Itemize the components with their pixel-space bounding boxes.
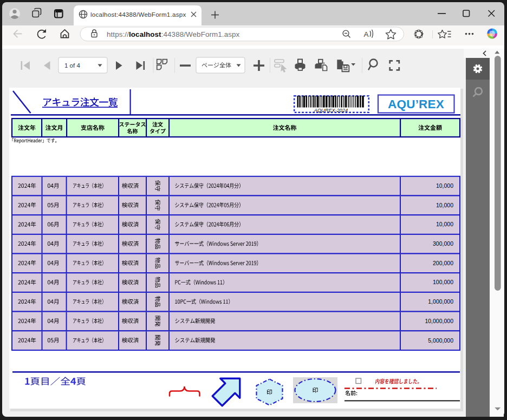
svg-text:localhost:44388/WebForm1.aspx: localhost:44388/WebForm1.aspx	[90, 11, 186, 18]
svg-text:10,000,000: 10,000,000	[425, 318, 453, 324]
svg-text:A: A	[364, 30, 369, 38]
svg-text:200,000: 200,000	[433, 260, 453, 266]
svg-text:AQUREX-2024: AQUREX-2024	[314, 108, 348, 113]
svg-text:10,000: 10,000	[436, 182, 453, 189]
svg-text:100,000: 100,000	[433, 279, 453, 285]
svg-text:1,000,000: 1,000,000	[428, 298, 453, 305]
svg-text:300,000: 300,000	[433, 240, 453, 247]
svg-text:5,000,000: 5,000,000	[428, 337, 453, 344]
svg-text:https://localhost:44388/WebFor: https://localhost:44388/WebForm1.aspx	[107, 30, 240, 38]
svg-text:1 of 4: 1 of 4	[64, 62, 80, 69]
svg-text:10,000: 10,000	[436, 202, 453, 208]
svg-text:10,000: 10,000	[436, 221, 453, 227]
svg-text:AQU’REX: AQU’REX	[388, 97, 444, 111]
